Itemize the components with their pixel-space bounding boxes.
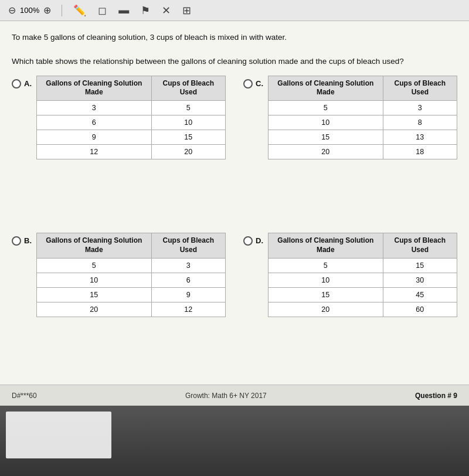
table-row: 515 <box>269 258 457 273</box>
options-grid: A. Gallons of Cleaning Solution Made Cup… <box>12 76 457 379</box>
footer: D#***60 Growth: Math 6+ NY 2017 Question… <box>0 385 469 406</box>
option-c-table: Gallons of Cleaning Solution Made Cups o… <box>268 76 457 159</box>
table-cell-col2: 9 <box>151 287 225 302</box>
table-row: 106 <box>37 273 226 287</box>
option-b-radio[interactable] <box>12 236 21 246</box>
laptop-bezel <box>0 406 469 476</box>
content-area: To make 5 gallons of cleaning solution, … <box>0 21 469 385</box>
option-c-radio[interactable] <box>243 79 253 89</box>
table-cell-col1: 5 <box>269 100 383 115</box>
table-cell-col1: 20 <box>37 302 152 317</box>
bezel-paper <box>6 412 111 458</box>
table-row: 35 <box>37 100 226 115</box>
option-c-block: C. Gallons of Cleaning Solution Made Cup… <box>243 76 457 222</box>
table-cell-col1: 15 <box>269 287 383 302</box>
footer-title: Growth: Math 6+ NY 2017 <box>185 392 267 400</box>
table-row: 1220 <box>37 144 226 159</box>
option-a-letter: A. <box>24 79 32 88</box>
table-row: 2060 <box>269 302 457 317</box>
option-b-col1-header: Gallons of Cleaning Solution Made <box>37 233 152 258</box>
table-cell-col1: 10 <box>269 273 383 287</box>
table-cell-col1: 6 <box>37 115 152 130</box>
table-cell-col1: 5 <box>269 258 383 273</box>
table-cell-col1: 12 <box>37 144 152 159</box>
option-a-col1-header: Gallons of Cleaning Solution Made <box>37 76 152 100</box>
table-row: 53 <box>37 258 226 273</box>
zoom-out-button[interactable]: ⊖ <box>6 4 18 17</box>
zoom-level: 100% <box>20 6 39 15</box>
table-row: 610 <box>37 115 226 130</box>
question-line1: To make 5 gallons of cleaning solution, … <box>12 32 457 43</box>
zoom-in-button[interactable]: ⊕ <box>41 4 53 17</box>
pencil-icon[interactable]: ✏️ <box>70 3 89 18</box>
table-row: 53 <box>269 100 457 115</box>
table-cell-col2: 12 <box>151 302 225 317</box>
footer-code: D#***60 <box>12 392 37 400</box>
option-d-radio[interactable] <box>243 236 253 246</box>
table-cell-col2: 5 <box>151 100 225 115</box>
table-cell-col2: 3 <box>383 100 457 115</box>
option-c-radio-label[interactable]: C. <box>243 78 263 89</box>
toolbar-divider-1 <box>62 5 62 16</box>
question-line2: Which table shows the relationship betwe… <box>12 56 457 67</box>
option-d-col2-header: Cups of Bleach Used <box>383 233 457 258</box>
question-text: To make 5 gallons of cleaning solution, … <box>12 32 457 67</box>
option-c-letter: C. <box>256 79 263 88</box>
option-b-block: B. Gallons of Cleaning Solution Made Cup… <box>12 233 226 379</box>
table-cell-col1: 20 <box>269 302 383 317</box>
option-a-col2-header: Cups of Bleach Used <box>151 76 225 100</box>
footer-question: Question # 9 <box>415 392 457 400</box>
eraser-icon[interactable]: ◻ <box>95 3 110 18</box>
table-cell-col1: 15 <box>269 130 383 144</box>
table-cell-col2: 10 <box>151 115 225 130</box>
table-cell-col2: 3 <box>151 258 225 273</box>
option-d-block: D. Gallons of Cleaning Solution Made Cup… <box>243 233 457 379</box>
table-cell-col1: 15 <box>37 287 152 302</box>
option-b-radio-label[interactable]: B. <box>12 235 32 246</box>
option-d-radio-label[interactable]: D. <box>243 235 263 246</box>
option-d-table: Gallons of Cleaning Solution Made Cups o… <box>268 233 457 317</box>
option-b-letter: B. <box>24 236 32 245</box>
option-c-col2-header: Cups of Bleach Used <box>383 76 457 100</box>
table-cell-col2: 45 <box>383 287 457 302</box>
option-b-table: Gallons of Cleaning Solution Made Cups o… <box>36 233 226 317</box>
option-b-col2-header: Cups of Bleach Used <box>151 233 225 258</box>
table-cell-col2: 18 <box>383 144 457 159</box>
table-row: 1513 <box>269 130 457 144</box>
table-cell-col2: 15 <box>151 130 225 144</box>
table-cell-col1: 10 <box>37 273 152 287</box>
table-cell-col2: 6 <box>151 273 225 287</box>
table-cell-col2: 20 <box>151 144 225 159</box>
table-cell-col2: 8 <box>383 115 457 130</box>
zoom-control: ⊖ 100% ⊕ <box>6 4 53 17</box>
table-cell-col1: 3 <box>37 100 152 115</box>
table-cell-col2: 60 <box>383 302 457 317</box>
table-cell-col1: 5 <box>37 258 152 273</box>
table-cell-col1: 9 <box>37 130 152 144</box>
option-c-col1-header: Gallons of Cleaning Solution Made <box>269 76 383 100</box>
table-cell-col1: 10 <box>269 115 383 130</box>
table-cell-col2: 13 <box>383 130 457 144</box>
table-row: 2012 <box>37 302 226 317</box>
table-cell-col1: 20 <box>269 144 383 159</box>
table-row: 108 <box>269 115 457 130</box>
flag-icon[interactable]: ⚑ <box>138 3 153 18</box>
option-a-radio-label[interactable]: A. <box>12 78 32 89</box>
table-row: 1030 <box>269 273 457 287</box>
option-a-block: A. Gallons of Cleaning Solution Made Cup… <box>12 76 226 222</box>
table-row: 2018 <box>269 144 457 159</box>
table-row: 159 <box>37 287 226 302</box>
option-d-col1-header: Gallons of Cleaning Solution Made <box>269 233 383 258</box>
grid-icon[interactable]: ⊞ <box>179 3 194 18</box>
option-a-radio[interactable] <box>12 79 21 89</box>
cross-icon[interactable]: ✕ <box>159 3 174 18</box>
option-d-letter: D. <box>256 236 263 245</box>
table-cell-col2: 15 <box>383 258 457 273</box>
toolbar: ⊖ 100% ⊕ ✏️ ◻ ▬ ⚑ ✕ ⊞ <box>0 0 469 21</box>
table-cell-col2: 30 <box>383 273 457 287</box>
highlight-icon[interactable]: ▬ <box>115 3 132 18</box>
table-row: 1545 <box>269 287 457 302</box>
option-a-table: Gallons of Cleaning Solution Made Cups o… <box>36 76 226 159</box>
table-row: 915 <box>37 130 226 144</box>
